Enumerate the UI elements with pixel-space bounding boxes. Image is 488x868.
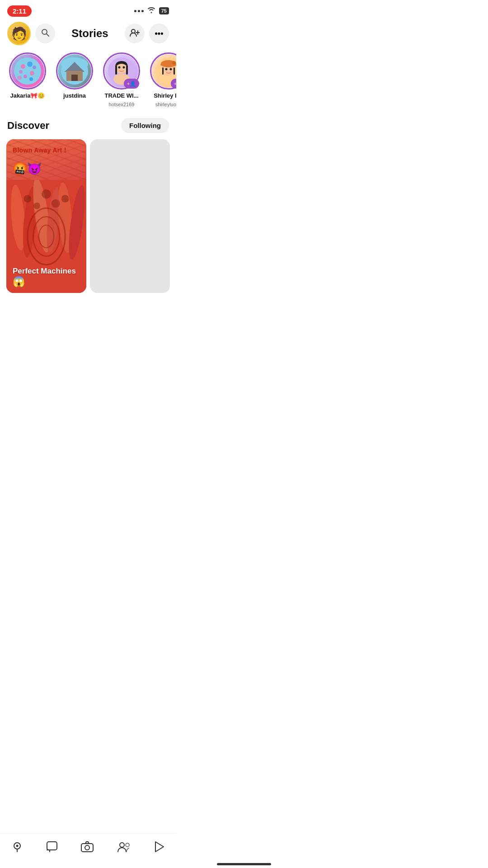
add-friend-icon	[130, 28, 140, 39]
status-bar: 2:11 75	[0, 0, 176, 20]
card-top-text: Blown Away Art !	[13, 146, 80, 154]
header-actions: •••	[125, 24, 169, 43]
following-button[interactable]: Following	[121, 118, 169, 133]
story-avatar-wrap	[9, 52, 46, 90]
battery-icon: 75	[159, 7, 169, 14]
search-icon	[41, 28, 50, 39]
story-sublabel: shirleyluo23	[155, 102, 176, 107]
svg-point-2	[131, 29, 135, 33]
svg-point-52	[33, 203, 40, 209]
story-avatar-wrap: +👤	[150, 52, 176, 90]
header-left: 🧑	[7, 22, 55, 45]
story-avatar-wrap	[56, 52, 93, 90]
discover-header: Discover Following	[0, 114, 176, 137]
more-options-button[interactable]: •••	[149, 24, 169, 43]
wifi-icon	[147, 7, 155, 15]
story-ring	[9, 52, 46, 90]
card-bottom-emoji: 😱	[13, 276, 25, 288]
avatar-face: 🧑	[9, 23, 29, 44]
story-label: justdina	[63, 92, 86, 99]
story-item[interactable]: +👤 TRADE WI... hotsex2169	[101, 52, 142, 107]
discover-card-right[interactable]	[90, 139, 170, 293]
add-friend-button[interactable]	[125, 24, 145, 43]
story-item[interactable]: Jakaria🎀😊	[7, 52, 48, 107]
card-top-emoji: 🤬😈	[13, 162, 42, 176]
story-ring	[56, 52, 93, 90]
svg-point-50	[42, 189, 51, 199]
more-icon: •••	[155, 29, 164, 38]
page-title: Stories	[71, 27, 108, 40]
discover-card-blown-away[interactable]: Blown Away Art ! 🤬😈	[6, 139, 86, 293]
status-icons: 75	[134, 7, 169, 15]
story-avatar-wrap: +👤	[103, 52, 140, 90]
svg-point-51	[61, 195, 69, 203]
discover-cards: Blown Away Art ! 🤬😈	[0, 137, 176, 295]
search-button[interactable]	[35, 24, 55, 43]
status-time: 2:11	[7, 5, 32, 17]
story-label: TRADE WI...	[104, 92, 138, 99]
svg-point-53	[52, 199, 60, 208]
story-label: Jakaria🎀😊	[10, 92, 45, 99]
stories-row: Jakaria🎀😊 justdina	[0, 51, 176, 114]
signal-icon	[134, 10, 144, 12]
add-friend-btn[interactable]: +👤	[124, 79, 139, 89]
story-item[interactable]: +👤 Shirley luc shirleyluo23	[148, 52, 176, 107]
story-item[interactable]: justdina	[54, 52, 95, 107]
story-label: Shirley luc	[154, 92, 176, 99]
story-sublabel: hotsex2169	[109, 102, 135, 107]
header: 🧑 Stories •••	[0, 20, 176, 51]
svg-line-1	[47, 34, 49, 36]
self-avatar[interactable]: 🧑	[7, 22, 31, 45]
svg-point-49	[24, 195, 32, 203]
card-bottom-text: Perfect Machines	[13, 267, 80, 276]
discover-title: Discover	[7, 120, 49, 132]
